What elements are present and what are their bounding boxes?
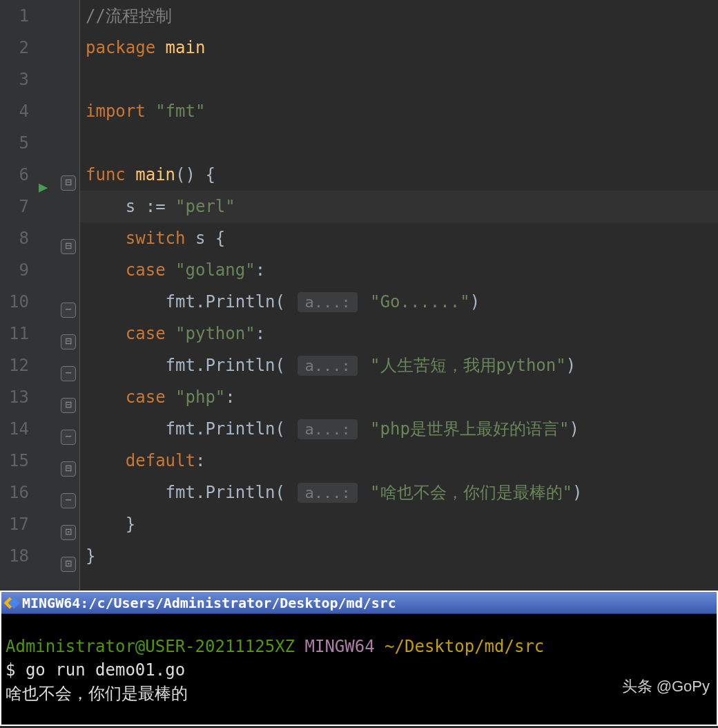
code-punct: : xyxy=(195,451,205,470)
code-keyword: default xyxy=(86,451,195,470)
code-text: fmt.Println( xyxy=(86,419,295,439)
code-string: "人生苦短，我用python" xyxy=(360,356,566,375)
code-keyword: func xyxy=(86,165,135,184)
code-keyword: case xyxy=(86,387,175,407)
line-number: 13 xyxy=(0,381,29,413)
line-number: 9 xyxy=(0,254,29,286)
code-punct: ) xyxy=(566,356,576,375)
line-number: 7 xyxy=(0,191,29,222)
terminal-command: go run demo01.go xyxy=(26,660,185,680)
line-number: 11 xyxy=(0,318,29,349)
code-string: "php是世界上最好的语言" xyxy=(360,419,570,439)
parameter-hint: a...: xyxy=(298,356,357,376)
terminal-title-path: :/c/Users/Administrator/Desktop/md/src xyxy=(80,595,396,611)
code-keyword: switch xyxy=(86,229,195,248)
line-number: 18 xyxy=(0,540,29,572)
line-number: 10 xyxy=(0,286,29,318)
code-punct: : xyxy=(255,260,265,280)
fold-toggle-icon[interactable]: ⊡ xyxy=(61,557,76,572)
fold-toggle-icon[interactable]: − xyxy=(61,430,76,445)
run-icon[interactable]: ▶ xyxy=(39,171,48,203)
code-editor[interactable]: 1 2 3 4 5 6 7 8 9 10 11 12 13 14 15 16 1… xyxy=(0,0,718,591)
code-string: "Go......" xyxy=(360,292,470,312)
code-identifier: main xyxy=(135,165,175,184)
line-number: 16 xyxy=(0,477,29,508)
code-keyword: case xyxy=(86,324,175,343)
line-number: 17 xyxy=(0,508,29,540)
code-punct: : xyxy=(225,387,235,407)
fold-toggle-icon[interactable]: ⊟ xyxy=(61,239,76,254)
watermark-text: 头条 @GoPy xyxy=(622,675,710,698)
code-text: fmt.Println( xyxy=(86,356,295,375)
code-text: fmt.Println( xyxy=(86,292,295,312)
code-string: "python" xyxy=(175,324,255,343)
code-keyword: import xyxy=(86,102,155,121)
line-number: 6 xyxy=(0,159,29,191)
code-string: "啥也不会，你们是最棒的" xyxy=(360,483,572,502)
code-comment: //流程控制 xyxy=(86,6,172,26)
terminal-title-host: MINGW64 xyxy=(22,595,80,611)
parameter-hint: a...: xyxy=(298,483,357,503)
code-punct: () { xyxy=(175,165,215,184)
fold-toggle-icon[interactable]: − xyxy=(61,493,76,508)
line-number: 12 xyxy=(0,349,29,381)
code-punct: : xyxy=(255,324,265,343)
terminal-body[interactable]: Administrator@USER-20211125XZ MINGW64 ~/… xyxy=(1,614,717,709)
code-text: s { xyxy=(195,229,225,248)
fold-toggle-icon[interactable]: − xyxy=(61,303,76,318)
terminal-titlebar[interactable]: MINGW64:/c/Users/Administrator/Desktop/m… xyxy=(1,592,717,614)
terminal-prompt: $ xyxy=(6,660,26,680)
code-keyword: case xyxy=(86,260,175,280)
terminal-output: 啥也不会，你们是最棒的 xyxy=(6,682,712,705)
code-text: fmt.Println( xyxy=(86,483,295,502)
run-gutter: ▶ xyxy=(35,0,59,591)
fold-toggle-icon[interactable]: ⊟ xyxy=(61,461,76,477)
line-number: 8 xyxy=(0,222,29,254)
line-number: 5 xyxy=(0,127,29,159)
code-text: s := xyxy=(86,197,175,216)
code-area[interactable]: //流程控制 package main import "fmt" func ma… xyxy=(80,0,718,591)
line-number: 4 xyxy=(0,95,29,127)
line-number: 1 xyxy=(0,0,29,32)
fold-toggle-icon[interactable]: ⊟ xyxy=(61,334,76,349)
line-number-gutter: 1 2 3 4 5 6 7 8 9 10 11 12 13 14 15 16 1… xyxy=(0,0,35,591)
terminal-window[interactable]: MINGW64:/c/Users/Administrator/Desktop/m… xyxy=(0,591,718,726)
parameter-hint: a...: xyxy=(298,419,357,439)
code-punct: ) xyxy=(569,419,579,439)
code-identifier: main xyxy=(166,38,206,57)
terminal-cwd: ~/Desktop/md/src xyxy=(385,637,544,656)
terminal-env: MINGW64 xyxy=(304,637,374,656)
code-string: "fmt" xyxy=(155,102,205,121)
terminal-app-icon xyxy=(6,597,18,609)
fold-toggle-icon[interactable]: ⊟ xyxy=(61,398,76,413)
code-keyword: package xyxy=(86,38,166,57)
line-number: 15 xyxy=(0,445,29,477)
code-string: "golang" xyxy=(175,260,255,280)
code-text: } xyxy=(86,546,95,566)
line-number: 3 xyxy=(0,64,29,95)
parameter-hint: a...: xyxy=(298,292,357,312)
fold-toggle-icon[interactable]: − xyxy=(61,366,76,381)
fold-toggle-icon[interactable]: ⊟ xyxy=(61,175,76,191)
code-punct: ) xyxy=(470,292,480,312)
code-punct: ) xyxy=(572,483,582,502)
code-text: } xyxy=(86,515,135,534)
line-number: 14 xyxy=(0,413,29,445)
code-string: "php" xyxy=(175,387,225,407)
fold-gutter: ⊟⊟−⊟−⊟−⊟−⊡⊡ xyxy=(59,0,80,591)
fold-toggle-icon[interactable]: ⊡ xyxy=(61,525,76,540)
code-string: "perl" xyxy=(175,197,235,216)
terminal-user: Administrator@USER-20211125XZ xyxy=(6,637,295,656)
line-number: 2 xyxy=(0,32,29,64)
